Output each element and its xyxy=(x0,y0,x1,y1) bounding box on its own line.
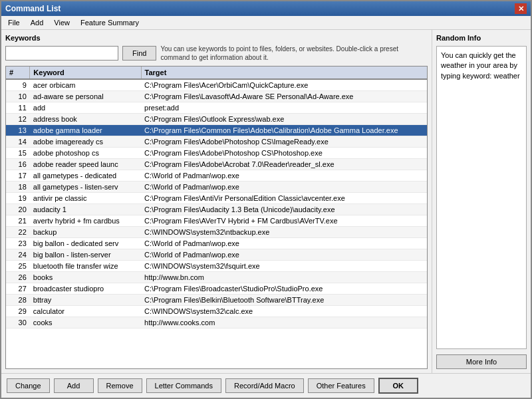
cell-num: 11 xyxy=(6,102,30,114)
change-button[interactable]: Change xyxy=(7,378,50,393)
letter-commands-button[interactable]: Letter Commands xyxy=(146,378,221,393)
cell-num: 21 xyxy=(6,215,30,227)
table-row[interactable]: 10ad-aware se personalC:\Program Files\L… xyxy=(6,91,427,102)
cell-keyword: add xyxy=(30,102,141,114)
cell-target: http://www.cooks.com xyxy=(141,317,427,329)
cell-num: 18 xyxy=(6,182,30,193)
cell-target: C:\Program Files\Belkin\Bluetooth Softwa… xyxy=(141,295,427,306)
cell-num: 12 xyxy=(6,114,30,125)
table-row[interactable]: 14adobe imageready csC:\Program Files\Ad… xyxy=(6,136,427,148)
hint-text: You can use keywords to point to files, … xyxy=(160,45,400,62)
menu-add[interactable]: Add xyxy=(27,17,48,28)
table-row[interactable]: 17all gametypes - dedicatedC:\World of P… xyxy=(6,170,427,182)
cell-keyword: antivir pe classic xyxy=(30,193,141,204)
table-row[interactable]: 13adobe gamma loaderC:\Program Files\Com… xyxy=(6,125,427,136)
cell-num: 24 xyxy=(6,249,30,261)
cell-num: 20 xyxy=(6,204,30,215)
cell-num: 14 xyxy=(6,136,30,148)
cell-keyword: cooks xyxy=(30,317,141,329)
cell-num: 16 xyxy=(6,159,30,170)
table-row[interactable]: 25bluetooth file transfer wizeC:\WINDOWS… xyxy=(6,261,427,272)
cell-num: 30 xyxy=(6,317,30,329)
menu-file[interactable]: File xyxy=(4,17,24,28)
cell-num: 26 xyxy=(6,272,30,283)
cell-target: C:\Program Files\Acer\OrbiCam\QuickCaptu… xyxy=(141,79,427,91)
random-info-text: You can quickly get the weather in your … xyxy=(436,46,527,349)
cell-num: 29 xyxy=(6,306,30,317)
cell-keyword: audacity 1 xyxy=(30,204,141,215)
remove-button[interactable]: Remove xyxy=(98,378,142,393)
cell-target: C:\Program Files\Adobe\Photoshop CS\Phot… xyxy=(141,148,427,159)
table-row[interactable]: 30cookshttp://www.cooks.com xyxy=(6,317,427,329)
table-header-row: # Keyword Target xyxy=(6,66,427,79)
menu-bar: File Add View Feature Summary xyxy=(1,16,531,30)
cell-num: 25 xyxy=(6,261,30,272)
cell-keyword: acer orbicam xyxy=(30,79,141,91)
table-row[interactable]: 16adobe reader speed launcC:\Program Fil… xyxy=(6,159,427,170)
table-row[interactable]: 23big ballon - dedicated servC:\World of… xyxy=(6,238,427,249)
table-row[interactable]: 18all gametypes - listen-servC:\World of… xyxy=(6,182,427,193)
menu-view[interactable]: View xyxy=(50,17,74,28)
close-button[interactable]: ✕ xyxy=(515,3,527,14)
cell-num: 15 xyxy=(6,148,30,159)
table-row[interactable]: 9acer orbicamC:\Program Files\Acer\OrbiC… xyxy=(6,79,427,91)
search-row: Find You can use keywords to point to fi… xyxy=(5,45,428,62)
cell-keyword: adobe reader speed launc xyxy=(30,159,141,170)
cell-keyword: avertv hybrid + fm cardbus xyxy=(30,215,141,227)
cell-target: C:\Program Files\Adobe\Photoshop CS\Imag… xyxy=(141,136,427,148)
cell-target: C:\WINDOWS\system32\fsquirt.exe xyxy=(141,261,427,272)
cell-target: preset:add xyxy=(141,102,427,114)
menu-feature-summary[interactable]: Feature Summary xyxy=(76,17,143,28)
random-info-label: Random Info xyxy=(436,34,527,42)
right-panel: Random Info You can quickly get the weat… xyxy=(432,30,531,373)
cell-target: C:\Program Files\Audacity 1.3 Beta (Unic… xyxy=(141,204,427,215)
col-header-target[interactable]: Target xyxy=(141,66,427,79)
cell-keyword: ad-aware se personal xyxy=(30,91,141,102)
cell-num: 9 xyxy=(6,79,30,91)
table-row[interactable]: 22backupC:\WINDOWS\system32\ntbackup.exe xyxy=(6,227,427,238)
table-body: 9acer orbicamC:\Program Files\Acer\OrbiC… xyxy=(6,79,427,329)
cell-target: C:\Program Files\Broadcaster\StudioPro\S… xyxy=(141,283,427,295)
content-area: Keywords Find You can use keywords to po… xyxy=(1,30,531,373)
cell-keyword: broadcaster studiopro xyxy=(30,283,141,295)
table-container[interactable]: # Keyword Target 9acer orbicamC:\Program… xyxy=(5,66,428,369)
bottom-bar: Change Add Remove Letter Commands Record… xyxy=(1,373,531,398)
cell-keyword: all gametypes - listen-serv xyxy=(30,182,141,193)
search-input[interactable] xyxy=(5,46,118,61)
table-row[interactable]: 15adobe photoshop csC:\Program Files\Ado… xyxy=(6,148,427,159)
table-row[interactable]: 21avertv hybrid + fm cardbusC:\Program F… xyxy=(6,215,427,227)
cell-keyword: bluetooth file transfer wize xyxy=(30,261,141,272)
table-row[interactable]: 19antivir pe classicC:\Program Files\Ant… xyxy=(6,193,427,204)
cell-target: C:\Program Files\AntiVir PersonalEdition… xyxy=(141,193,427,204)
col-header-num: # xyxy=(6,66,30,79)
cell-keyword: adobe imageready cs xyxy=(30,136,141,148)
table-row[interactable]: 27broadcaster studioproC:\Program Files\… xyxy=(6,283,427,295)
table-row[interactable]: 29calculatorC:\WINDOWS\system32\calc.exe xyxy=(6,306,427,317)
cell-num: 28 xyxy=(6,295,30,306)
cell-keyword: bttray xyxy=(30,295,141,306)
cell-target: C:\World of Padman\wop.exe xyxy=(141,249,427,261)
table-row[interactable]: 11addpreset:add xyxy=(6,102,427,114)
table-row[interactable]: 24big ballon - listen-serverC:\World of … xyxy=(6,249,427,261)
cell-target: C:\Program Files\Adobe\Acrobat 7.0\Reade… xyxy=(141,159,427,170)
more-info-button[interactable]: More Info xyxy=(436,354,527,369)
col-header-keyword[interactable]: Keyword xyxy=(30,66,141,79)
keywords-label: Keywords xyxy=(5,34,428,42)
cell-target: http://www.bn.com xyxy=(141,272,427,283)
add-button[interactable]: Add xyxy=(54,378,94,393)
ok-button[interactable]: OK xyxy=(378,378,418,394)
cell-keyword: books xyxy=(30,272,141,283)
cell-keyword: big ballon - dedicated serv xyxy=(30,238,141,249)
other-features-button[interactable]: Other Features xyxy=(308,378,374,393)
cell-target: C:\WINDOWS\system32\ntbackup.exe xyxy=(141,227,427,238)
cell-keyword: adobe photoshop cs xyxy=(30,148,141,159)
cell-target: C:\World of Padman\wop.exe xyxy=(141,238,427,249)
left-panel: Keywords Find You can use keywords to po… xyxy=(1,30,432,373)
table-row[interactable]: 20audacity 1C:\Program Files\Audacity 1.… xyxy=(6,204,427,215)
table-row[interactable]: 12address bookC:\Program Files\Outlook E… xyxy=(6,114,427,125)
table-row[interactable]: 28bttrayC:\Program Files\Belkin\Bluetoot… xyxy=(6,295,427,306)
table-row[interactable]: 26bookshttp://www.bn.com xyxy=(6,272,427,283)
record-add-macro-button[interactable]: Record/Add Macro xyxy=(225,378,304,393)
title-bar: Command List ✕ xyxy=(1,1,531,16)
find-button[interactable]: Find xyxy=(122,46,156,61)
